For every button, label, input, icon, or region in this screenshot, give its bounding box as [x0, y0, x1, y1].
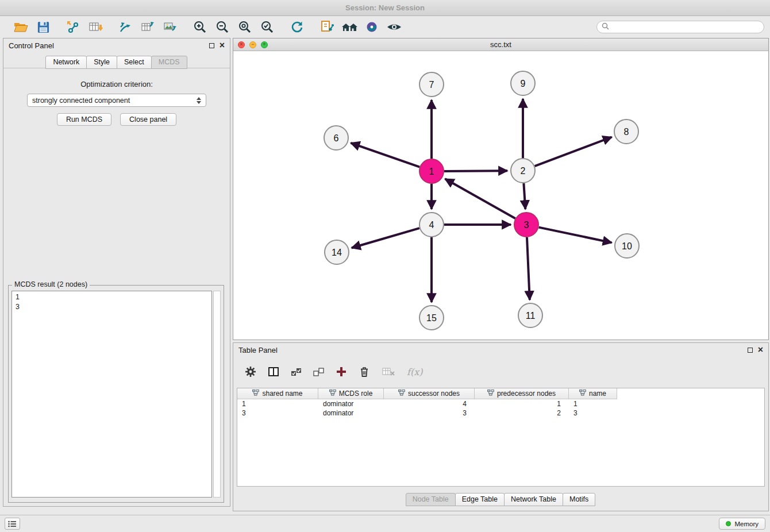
tab-edge-table[interactable]: Edge Table [455, 493, 505, 506]
tab-network[interactable]: Network [45, 56, 87, 69]
zoom-fit-icon[interactable] [236, 18, 253, 36]
control-panel-tabs: NetworkStyleSelectMCDS [3, 56, 230, 69]
graph-node-14[interactable]: 14 [325, 240, 349, 264]
tab-style[interactable]: Style [86, 56, 117, 69]
table-cell[interactable]: 4 [384, 400, 475, 408]
home-icon[interactable] [341, 18, 358, 36]
export-table-icon[interactable] [139, 18, 156, 36]
table-settings-gear-icon[interactable] [245, 366, 256, 377]
refresh-icon[interactable] [288, 18, 306, 36]
toolbar-group-export [110, 18, 185, 36]
toolbar-group-zoom [185, 18, 282, 36]
graph-edge-3-11[interactable] [527, 237, 530, 300]
network-window-title: scc.txt [233, 40, 768, 49]
close-panel-button[interactable]: Close panel [120, 113, 176, 126]
save-session-icon[interactable] [34, 18, 52, 36]
search-box[interactable] [596, 21, 764, 33]
graph-node-11[interactable]: 11 [518, 303, 542, 327]
graph-node-15[interactable]: 15 [419, 306, 444, 330]
status-bar: Memory [0, 515, 770, 532]
table-cell[interactable]: 1 [237, 400, 318, 408]
graph-edge-1-2[interactable] [444, 171, 507, 171]
graph-node-8[interactable]: 8 [614, 119, 638, 144]
table-panel-title: Table Panel [238, 346, 278, 354]
column-header-shared-name[interactable]: shared name [237, 388, 318, 399]
zoom-selected-icon[interactable] [259, 18, 276, 36]
export-image-icon[interactable] [161, 18, 179, 36]
graph-edge-3-10[interactable] [539, 228, 612, 243]
task-history-button[interactable] [5, 518, 20, 530]
column-header-name[interactable]: name [569, 388, 617, 399]
tab-node-table[interactable]: Node Table [406, 493, 456, 506]
search-input[interactable] [611, 23, 759, 31]
tab-mcds[interactable]: MCDS [151, 56, 187, 69]
node-label: 2 [521, 166, 526, 176]
table-cell[interactable]: 3 [237, 409, 318, 417]
import-table-icon[interactable] [87, 18, 104, 36]
network-canvas[interactable]: 7968124314101511 [233, 51, 768, 340]
graph-node-4[interactable]: 4 [419, 213, 444, 237]
eye-icon[interactable] [386, 18, 403, 36]
column-header-successor-nodes[interactable]: successor nodes [384, 388, 475, 399]
deselect-all-rows-icon[interactable] [313, 367, 324, 377]
export-network-icon[interactable] [117, 18, 134, 36]
column-header-MCDS-role[interactable]: MCDS role [318, 388, 384, 399]
node-label: 3 [524, 220, 529, 230]
zoom-in-icon[interactable] [191, 18, 209, 36]
float-panel-icon[interactable] [209, 43, 214, 48]
graph-edge-1-6[interactable] [351, 143, 420, 167]
table-cell[interactable]: 1 [475, 400, 569, 408]
table-cell[interactable]: 3 [569, 409, 617, 417]
toolbar-group-view [312, 18, 409, 36]
table-cell[interactable]: 2 [475, 409, 569, 417]
graph-node-7[interactable]: 7 [419, 72, 444, 97]
node-label: 1 [429, 167, 434, 176]
mcds-result-line: 1 [16, 292, 208, 302]
table-row[interactable]: 1dominator411 [237, 399, 764, 408]
graph-node-10[interactable]: 10 [615, 234, 639, 258]
column-header-predecessor-nodes[interactable]: predecessor nodes [475, 388, 569, 399]
open-file-icon[interactable] [12, 18, 29, 36]
table-cell[interactable]: dominator [318, 409, 384, 417]
main-toolbar [0, 16, 770, 38]
memory-button[interactable]: Memory [719, 518, 765, 530]
add-column-icon[interactable] [336, 366, 347, 377]
run-mcds-button[interactable]: Run MCDS [57, 113, 111, 126]
table-cell[interactable]: dominator [318, 400, 384, 408]
graph-node-2[interactable]: 2 [511, 159, 535, 183]
tab-network-table[interactable]: Network Table [504, 493, 563, 506]
zoom-out-icon[interactable] [214, 18, 231, 36]
graph-node-1[interactable]: 1 [419, 159, 444, 183]
table-cell[interactable]: 3 [384, 409, 475, 417]
delete-column-trash-icon[interactable] [359, 366, 370, 377]
close-panel-icon[interactable]: × [220, 43, 225, 48]
minimize-window-icon[interactable]: − [249, 41, 256, 48]
result-scrollbar[interactable] [213, 291, 221, 498]
network-graph[interactable]: 7968124314101511 [233, 51, 768, 340]
import-network-icon[interactable] [64, 18, 82, 36]
node-label: 8 [624, 127, 629, 137]
close-window-icon[interactable]: × [238, 41, 245, 48]
tab-select[interactable]: Select [117, 56, 152, 69]
table-cell[interactable]: 1 [569, 400, 617, 408]
float-table-panel-icon[interactable] [748, 348, 753, 353]
show-columns-icon[interactable] [268, 366, 279, 377]
criterion-dropdown[interactable]: strongly connected component [27, 94, 206, 107]
graph-node-9[interactable]: 9 [511, 71, 535, 95]
column-tree-icon [329, 390, 336, 398]
graph-edge-2-8[interactable] [535, 137, 612, 167]
graph-edge-4-14[interactable] [352, 228, 419, 248]
clone-network-icon[interactable] [318, 18, 336, 36]
node-label: 6 [334, 133, 339, 143]
table-row[interactable]: 3dominator323 [237, 408, 764, 418]
dropdown-arrows-icon [197, 97, 201, 104]
graph-node-6[interactable]: 6 [324, 126, 348, 150]
close-table-panel-icon[interactable]: × [758, 347, 763, 353]
graph-node-3[interactable]: 3 [514, 213, 538, 237]
maximize-window-icon[interactable]: + [261, 41, 268, 48]
tab-motifs[interactable]: Motifs [563, 493, 595, 506]
select-all-rows-icon[interactable] [291, 367, 302, 377]
apply-style-icon[interactable] [363, 18, 380, 36]
graph-edge-3-1[interactable] [445, 179, 515, 218]
graph-edge-2-3[interactable] [523, 183, 525, 209]
